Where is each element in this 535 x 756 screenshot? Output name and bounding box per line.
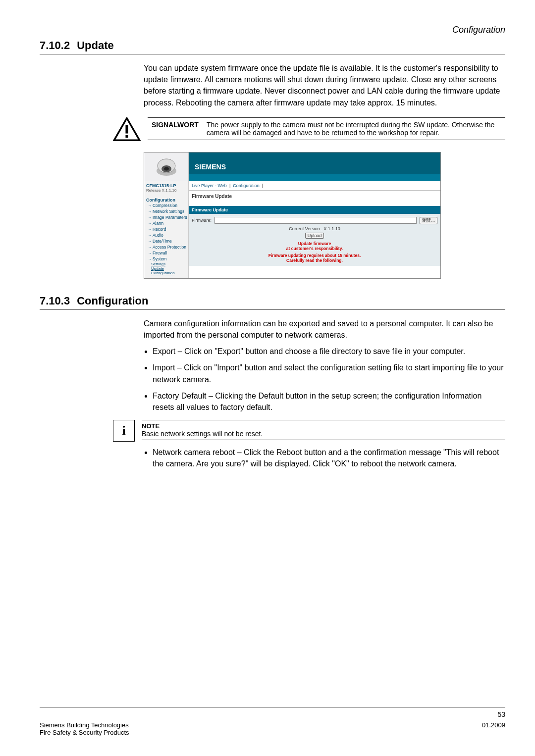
crumb-live[interactable]: Live Player - Web — [192, 183, 227, 188]
release-label: Release X.1.1.10 — [146, 188, 186, 193]
sidebar-sub-settings[interactable]: Settings — [146, 262, 186, 266]
update-paragraph: You can update system firmware once the … — [144, 62, 505, 108]
sidebar-item-image[interactable]: Image Parameters — [146, 214, 186, 220]
bullet-export: Export – Click on "Export" button and ch… — [153, 346, 505, 357]
page-footer: 53 Siemens Building Technologies Fire Sa… — [40, 707, 505, 736]
note-title: NOTE — [142, 422, 505, 430]
footer-division: Fire Safety & Security Products — [40, 729, 129, 736]
section-number: 7.10.3 — [40, 295, 70, 307]
section-number: 7.10.2 — [40, 39, 70, 52]
svg-rect-0 — [125, 125, 128, 133]
breadcrumb: Live Player - Web | Configuration | — [189, 181, 440, 191]
sidebar-item-access[interactable]: Access Protection — [146, 244, 186, 250]
warning-line-3: Firmware updating requires about 15 minu… — [192, 253, 437, 258]
bullet-factory: Factory Default – Clicking the Default b… — [153, 390, 505, 413]
sidebar-item-compression[interactable]: Compression — [146, 202, 186, 208]
footer-company: Siemens Building Technologies — [40, 721, 129, 729]
bullet-list: Export – Click on "Export" button and ch… — [153, 346, 505, 413]
bullet-list-2: Network camera reboot – Click the Reboot… — [153, 447, 505, 469]
brand-bar: SIEMENS — [189, 152, 440, 181]
section-heading-update: 7.10.2 Update — [40, 39, 505, 52]
signal-label: SIGNALWORT — [148, 117, 203, 140]
embedded-screenshot: SIEMENS CFMC1315-LP Release X.1.1.10 Con… — [144, 152, 441, 279]
info-icon: i — [113, 420, 135, 442]
warning-icon — [113, 117, 141, 143]
running-header: Configuration — [40, 25, 505, 35]
panel-header: Firmware Update — [189, 206, 440, 214]
firmware-label: Firmware: — [192, 218, 212, 223]
browse-button[interactable]: 瀏覽... — [420, 217, 437, 224]
signal-box: SIGNALWORT The power supply to the camer… — [148, 117, 505, 140]
footer-date: 01.2009 — [482, 721, 505, 736]
sidebar-item-system[interactable]: System — [146, 256, 186, 262]
model-label: CFMC1315-LP — [146, 183, 186, 188]
bullet-reboot: Network camera reboot – Click the Reboot… — [153, 447, 505, 469]
warning-line-1: Update firmware — [192, 241, 437, 246]
sidebar-item-firewall[interactable]: Firewall — [146, 250, 186, 256]
divider — [40, 54, 505, 54]
firmware-file-input[interactable] — [214, 217, 417, 224]
note-text: Basic network settings will not be reset… — [142, 430, 505, 438]
page-number: 53 — [40, 710, 505, 718]
sidebar-item-record[interactable]: Record — [146, 226, 186, 232]
configuration-paragraph: Camera configuration information can be … — [144, 318, 505, 341]
upload-button[interactable]: Upload — [305, 233, 324, 239]
sidebar-item-alarm[interactable]: Alarm — [146, 220, 186, 226]
sidebar-item-network[interactable]: Network Settings — [146, 208, 186, 214]
current-version: Current Version : X.1.1.10 — [192, 226, 437, 231]
section-title: Configuration — [77, 295, 148, 307]
page-title: Firmware Update — [189, 191, 440, 206]
note-box: NOTE Basic network settings will not be … — [142, 420, 505, 440]
sidebar-item-datetime[interactable]: Date/Time — [146, 238, 186, 244]
sidebar-sub-configuration[interactable]: Configuration — [146, 271, 186, 275]
divider — [40, 309, 505, 310]
warning-line-4: Carefully read the following. — [192, 258, 437, 263]
svg-point-5 — [164, 167, 169, 170]
bullet-import: Import – Click on "Import" button and se… — [153, 362, 505, 385]
sidebar-sub-update[interactable]: Update — [146, 266, 186, 271]
signal-text: The power supply to the camera must not … — [203, 117, 505, 140]
section-heading-configuration: 7.10.3 Configuration — [40, 295, 505, 307]
sidebar-header: Configuration — [146, 198, 186, 202]
svg-rect-1 — [125, 135, 128, 138]
crumb-conf[interactable]: Configuration — [233, 183, 260, 188]
sidebar: CFMC1315-LP Release X.1.1.10 Configurati… — [144, 181, 189, 278]
sidebar-item-audio[interactable]: Audio — [146, 232, 186, 238]
warning-line-2: at customer's responsibility. — [192, 246, 437, 251]
camera-thumbnail — [144, 152, 189, 181]
section-title: Update — [77, 39, 114, 52]
